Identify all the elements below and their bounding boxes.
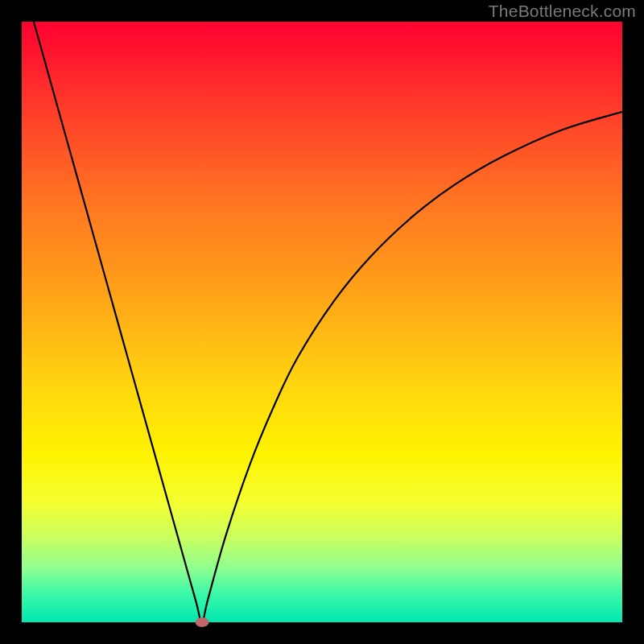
curve-path <box>34 22 622 622</box>
chart-frame: TheBottleneck.com <box>0 0 644 644</box>
vertex-marker <box>195 617 208 627</box>
plot-area <box>22 22 622 622</box>
bottleneck-curve <box>22 22 622 622</box>
watermark-text: TheBottleneck.com <box>489 2 636 21</box>
